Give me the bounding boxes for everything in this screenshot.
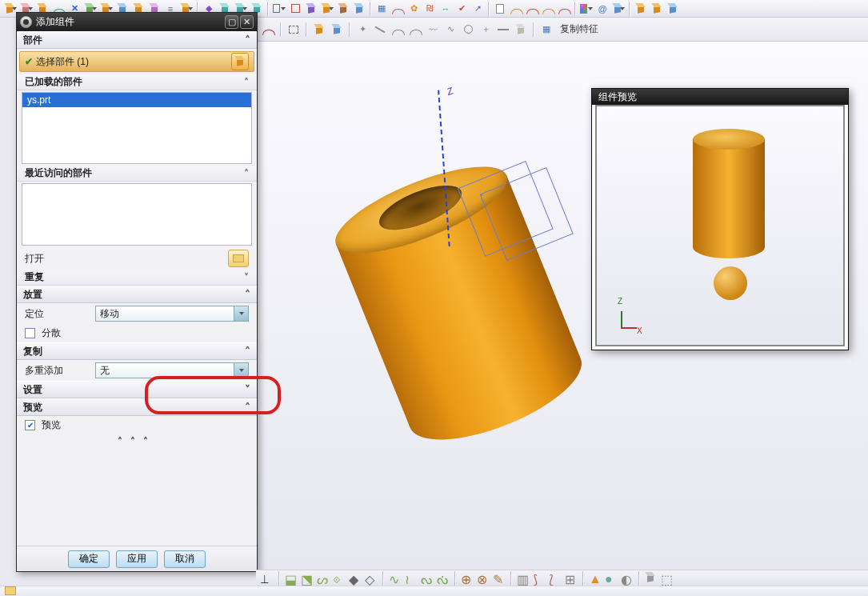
tb-colorgrid-icon[interactable] xyxy=(579,2,594,16)
st-arc-icon[interactable] xyxy=(390,22,405,37)
tb-curve-r2[interactable] xyxy=(557,2,571,16)
tb-cube-f[interactable] xyxy=(336,2,350,16)
bt-i18[interactable]: ⊞ xyxy=(565,572,578,585)
bt-i11[interactable]: ᔔ xyxy=(437,572,450,585)
tb-arrow-icon[interactable]: ➚ xyxy=(470,2,485,16)
chevron-up-icon: ˄ xyxy=(245,288,250,301)
collapse-arrows[interactable]: ˄˄˄ xyxy=(17,434,257,449)
dialog-close[interactable]: ✕ xyxy=(240,15,254,29)
component-preview-window[interactable]: 组件预览 Z X xyxy=(591,88,849,350)
chevron-up-icon: ˄ xyxy=(244,168,249,179)
ok-button[interactable]: 确定 xyxy=(68,550,110,568)
tb-swap-icon[interactable]: ↔ xyxy=(438,2,453,16)
tb-cube-e[interactable] xyxy=(320,2,334,16)
tb-cube-i[interactable] xyxy=(634,2,648,16)
tb-spring-icon[interactable]: ₪ xyxy=(422,2,437,16)
tb-grid-icon[interactable]: ▦ xyxy=(374,2,389,16)
dialog-maximize[interactable]: ▢ xyxy=(225,15,238,29)
bt-i21[interactable]: ◐ xyxy=(621,572,634,585)
recent-parts-label: 最近访问的部件 xyxy=(25,166,92,180)
bt-i4[interactable]: ᔕ xyxy=(317,572,330,585)
select-part-row[interactable]: ✔ 选择部件 (1) xyxy=(19,51,254,72)
bt-i1[interactable]: ⟂ xyxy=(261,572,274,585)
tb-cube-k[interactable] xyxy=(666,2,680,16)
section-placement[interactable]: 放置 ˄ xyxy=(17,286,257,303)
preview-viewport[interactable]: Z X xyxy=(595,105,845,346)
gear-icon xyxy=(20,16,32,28)
open-label: 打开 xyxy=(25,252,222,266)
tb-cube-h[interactable] xyxy=(611,2,626,16)
bt-i15[interactable]: ▥ xyxy=(517,572,530,585)
bt-i16[interactable]: ⟆ xyxy=(533,572,546,585)
bt-i3[interactable]: ⬔ xyxy=(301,572,314,585)
section-settings[interactable]: 设置 ˅ xyxy=(17,381,257,398)
st-wave-icon[interactable]: 〰 xyxy=(426,22,440,37)
tb-curve-r1[interactable] xyxy=(525,2,539,16)
multi-add-select[interactable]: 无 xyxy=(95,362,249,378)
bt-i22[interactable] xyxy=(645,572,658,585)
section-preview[interactable]: 预览 ˄ xyxy=(17,398,257,416)
bt-i6[interactable]: ◆ xyxy=(349,572,362,585)
st-cube-b[interactable] xyxy=(330,22,344,37)
tb-curve-o1[interactable] xyxy=(509,2,523,16)
bt-i14[interactable]: ✎ xyxy=(493,572,506,585)
st-arc2-icon[interactable] xyxy=(408,22,422,37)
preview-checkbox[interactable]: ✔ xyxy=(25,420,35,430)
st-plus-icon[interactable]: ✦ xyxy=(355,22,370,37)
cancel-button[interactable]: 取消 xyxy=(164,550,206,568)
bottom-tab-icon[interactable] xyxy=(5,586,16,595)
bt-i12[interactable]: ⊕ xyxy=(461,572,474,585)
loaded-parts-header[interactable]: 已加载的部件 ˄ xyxy=(17,74,257,90)
bt-i8[interactable]: ∿ xyxy=(389,572,402,585)
bt-i17[interactable]: ⟅ xyxy=(549,572,562,585)
st-line-icon[interactable] xyxy=(373,22,387,37)
loaded-parts-list[interactable]: ys.prt xyxy=(22,92,252,164)
tb-doc-icon[interactable] xyxy=(493,2,507,16)
tb-cube-j[interactable] xyxy=(650,2,664,16)
tb-curve-1[interactable] xyxy=(390,2,405,16)
tb-cube-d[interactable] xyxy=(304,2,318,16)
tb-cube-g[interactable] xyxy=(352,2,366,16)
tb-check-icon[interactable]: ✔ xyxy=(454,2,469,16)
bt-i5[interactable]: ⟐ xyxy=(333,572,346,585)
scatter-checkbox[interactable] xyxy=(25,328,35,338)
tb-box-red[interactable] xyxy=(288,2,302,16)
open-folder-button[interactable] xyxy=(228,250,249,267)
st-curve-a[interactable] xyxy=(261,22,275,37)
apply-button[interactable]: 应用 xyxy=(116,550,158,568)
z-axis-label: Z xyxy=(445,85,454,98)
repeat-row[interactable]: 重复 ˅ xyxy=(17,270,257,286)
tb-curve-o2[interactable] xyxy=(541,2,555,16)
dropdown-icon xyxy=(234,306,248,321)
bt-i7[interactable]: ◇ xyxy=(365,572,378,585)
bt-i20[interactable]: ● xyxy=(605,572,618,585)
section-copy[interactable]: 复制 ˄ xyxy=(17,342,257,360)
st-rect-sel[interactable] xyxy=(286,22,301,37)
recent-parts-header[interactable]: 最近访问的部件 ˄ xyxy=(17,166,257,182)
st-grid-icon[interactable]: ▦ xyxy=(539,22,554,37)
bt-i19[interactable]: ▲ xyxy=(589,572,602,585)
select-part-cube-button[interactable] xyxy=(231,53,249,70)
st-cube-a[interactable] xyxy=(312,22,326,37)
dialog-titlebar[interactable]: 添加组件 ▢ ✕ xyxy=(17,13,257,31)
st-edge-icon[interactable] xyxy=(496,22,510,37)
copy-feature-label: 复制特征 xyxy=(557,22,603,36)
open-row: 打开 xyxy=(17,247,257,270)
st-iso-icon[interactable] xyxy=(514,22,528,37)
bt-i2[interactable]: ⬓ xyxy=(285,572,298,585)
positioning-select[interactable]: 移动 xyxy=(95,306,249,322)
st-cross-icon[interactable]: ＋ xyxy=(478,22,493,37)
st-spline-icon[interactable]: ∿ xyxy=(443,22,458,37)
preview-triad: Z X xyxy=(610,302,642,334)
tb-swirl-icon[interactable]: @ xyxy=(595,2,610,16)
bt-i13[interactable]: ⊗ xyxy=(477,572,490,585)
bt-i10[interactable]: ᔓ xyxy=(421,572,434,585)
tb-gear-icon[interactable]: ✿ xyxy=(406,2,421,16)
recent-parts-list[interactable] xyxy=(22,183,252,246)
tb-box-outline[interactable] xyxy=(272,2,286,16)
bt-i23[interactable]: ⬚ xyxy=(661,572,674,585)
st-circle-icon[interactable] xyxy=(461,22,475,37)
section-part[interactable]: 部件 ˄ xyxy=(17,31,257,49)
loaded-part-item[interactable]: ys.prt xyxy=(22,93,251,107)
bt-i9[interactable]: ≀ xyxy=(405,572,418,585)
